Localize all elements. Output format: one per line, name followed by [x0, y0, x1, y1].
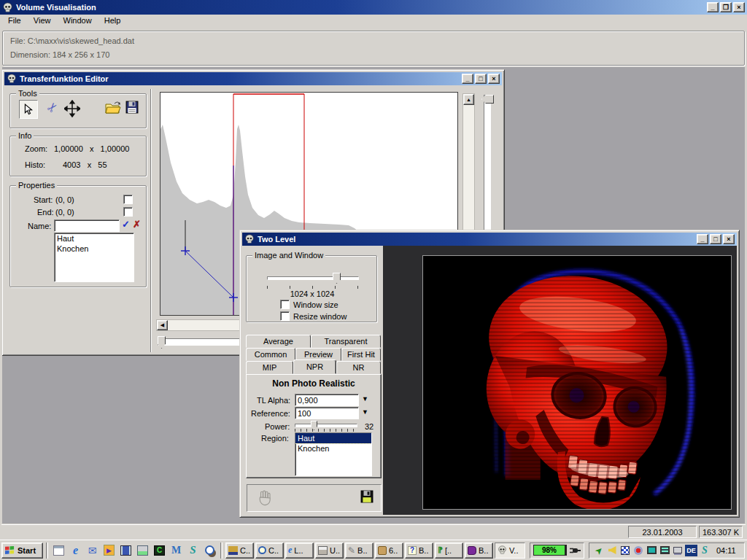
task-button-4[interactable]: U.. [315, 542, 344, 559]
task-button-3[interactable]: eL.. [285, 542, 314, 559]
tf-titlebar[interactable]: Transferfunktion Editor _ □ × [4, 72, 502, 85]
language-indicator[interactable]: DE [685, 545, 697, 556]
m-app-icon[interactable]: M [169, 542, 184, 558]
outlook-express-icon[interactable]: ✉ [85, 542, 100, 558]
properties-group: Properties Start: (0, 0) End: (0, 0) Nam… [9, 185, 147, 287]
main-titlebar[interactable]: Volume Visualisation _ ❐ × [0, 0, 747, 15]
list-item[interactable]: Knochen [55, 244, 133, 254]
tf-close-button[interactable]: × [488, 74, 500, 84]
tab-npr[interactable]: NPR [293, 359, 336, 374]
volume-icon[interactable] [606, 545, 618, 556]
tab-nr[interactable]: NR [336, 361, 381, 374]
confirm-name-button[interactable]: ✓ [122, 219, 130, 230]
menu-view[interactable]: View [28, 15, 56, 26]
minimize-button[interactable]: _ [707, 2, 719, 12]
display-settings-icon[interactable] [659, 545, 670, 556]
menu-window[interactable]: Window [58, 15, 97, 26]
show-desktop-icon[interactable] [51, 542, 66, 558]
image-size-slider[interactable] [267, 272, 359, 285]
checkered-flag-icon[interactable] [619, 545, 631, 556]
region-item-haut[interactable]: Haut [295, 433, 371, 443]
scroll-left-button[interactable]: ◀ [157, 320, 168, 330]
unplug-icon[interactable]: ➤ [591, 542, 608, 559]
list-item[interactable]: Haut [55, 233, 133, 244]
internet-explorer-icon[interactable]: e [68, 542, 83, 558]
reference-dropdown-button[interactable]: ▼ [362, 408, 368, 416]
tools-group: Tools ✂ [9, 93, 147, 128]
save-transfer-function-button[interactable] [125, 101, 139, 115]
window-size-checkbox[interactable] [280, 300, 290, 309]
floppy-disk-icon [125, 101, 139, 114]
move-tool-button[interactable] [64, 100, 82, 119]
start-button[interactable]: Start [1, 542, 43, 559]
tf-maximize-button[interactable]: □ [475, 74, 487, 84]
tf-minimize-button[interactable]: _ [462, 74, 473, 84]
main-window: Volume Visualisation _ ❐ × File View Win… [0, 0, 747, 540]
task-button-8[interactable]: ⁋[.. [435, 542, 463, 559]
book-icon [468, 546, 476, 555]
tl-close-button[interactable]: × [723, 234, 735, 244]
task-button-6[interactable]: 6.. [375, 542, 403, 559]
volume-render-skull-image[interactable] [423, 256, 731, 509]
task-button-7[interactable]: ?B.. [405, 542, 433, 559]
task-button-9[interactable]: B.. [465, 542, 493, 559]
tl-minimize-button[interactable]: _ [697, 234, 708, 244]
tab-average[interactable]: Average [246, 335, 311, 348]
two-level-title: Two Level [258, 235, 295, 244]
restore-button[interactable]: ❐ [720, 2, 732, 12]
reference-input[interactable] [295, 407, 359, 419]
end-checkbox[interactable] [123, 207, 133, 217]
select-tool-button[interactable] [19, 100, 38, 119]
size-slider-groove [267, 276, 359, 280]
power-slider[interactable] [295, 421, 357, 431]
region-listbox[interactable]: Haut Knochen [295, 432, 372, 476]
menu-help[interactable]: Help [99, 15, 126, 26]
monitor-icon[interactable] [646, 545, 657, 556]
tab-transparent[interactable]: Transparent [311, 335, 381, 348]
scroll-up-button[interactable]: ▲ [463, 94, 474, 105]
tab-common[interactable]: Common [246, 348, 295, 361]
s-app-icon[interactable]: S [185, 542, 201, 558]
task-button-volume-visualisation[interactable]: V.. [495, 542, 525, 559]
film-icon[interactable] [118, 542, 133, 558]
two-level-titlebar[interactable]: Two Level _ □ × [242, 233, 737, 246]
tl-alpha-input[interactable] [295, 394, 359, 406]
start-checkbox[interactable] [123, 195, 133, 204]
h-slider-thumb[interactable] [158, 336, 166, 349]
ie-doc-icon: e [288, 545, 292, 556]
region-item-knochen[interactable]: Knochen [295, 443, 371, 454]
image-size-value: 1024 x 1024 [247, 289, 378, 298]
fan-icon[interactable] [632, 545, 644, 556]
grab-hand-button[interactable] [258, 490, 272, 508]
pen-icon: ✎ [348, 545, 355, 556]
tl-alpha-dropdown-button[interactable]: ▼ [362, 395, 368, 402]
task-button-5[interactable]: ✎B.. [345, 542, 374, 559]
tab-mip[interactable]: MIP [246, 361, 293, 374]
battery-meter[interactable]: 98% [533, 545, 565, 556]
swirl-icon[interactable]: S [699, 545, 711, 556]
media-player-icon[interactable]: ▶ [101, 542, 117, 558]
tl-maximize-button[interactable]: □ [710, 234, 721, 244]
network-computer-icon[interactable] [672, 545, 684, 556]
transfer-function-listbox[interactable]: Haut Knochen [54, 233, 134, 282]
tab-first-hit[interactable]: First Hit [341, 348, 381, 361]
clock[interactable]: 04:11 [712, 546, 740, 555]
ac-plug-icon[interactable] [568, 545, 581, 556]
task-button-2[interactable]: C.. [255, 542, 284, 559]
system-tool-icon[interactable] [135, 542, 150, 558]
delete-name-button[interactable]: ✗ [133, 219, 141, 230]
name-input[interactable] [54, 219, 120, 232]
close-button[interactable]: × [733, 2, 745, 12]
resize-window-checkbox[interactable] [280, 311, 290, 321]
open-transfer-function-button[interactable] [105, 101, 121, 116]
cut-tool-button[interactable]: ✂ [44, 100, 61, 119]
save-image-button[interactable] [360, 490, 374, 505]
getright-icon[interactable]: C [152, 542, 167, 558]
task-button-1[interactable]: C.. [225, 542, 254, 559]
tl-alpha-label: TL Alpha: [257, 396, 290, 405]
size-slider-thumb[interactable] [333, 273, 341, 284]
search-icon[interactable] [202, 542, 217, 558]
binoculars-film-icon [228, 546, 238, 555]
menu-file[interactable]: File [3, 15, 26, 26]
panel-divider [150, 89, 152, 352]
